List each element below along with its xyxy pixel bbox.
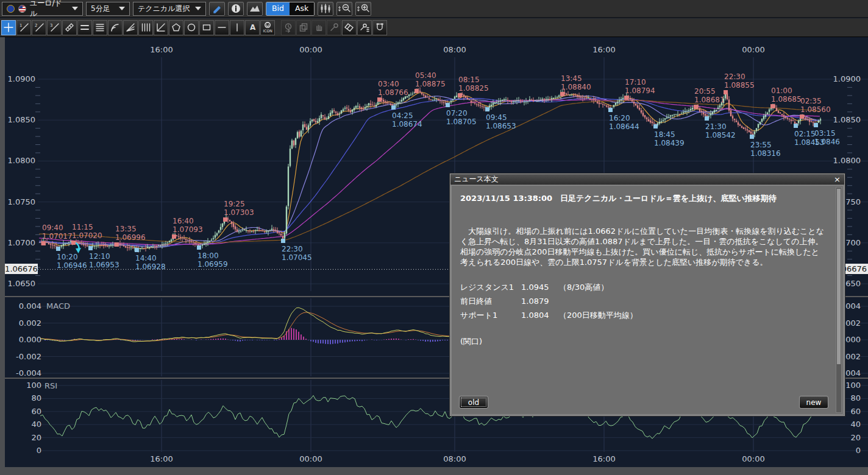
high-marker [770, 104, 775, 108]
draw-mode-button[interactable] [209, 2, 225, 16]
pentagon-icon [171, 22, 182, 33]
high-annotation: 02:351.08560 [800, 97, 831, 114]
drawing-toolbar: 1 2 3 A ICON [0, 18, 868, 37]
close-icon[interactable]: × [834, 175, 841, 183]
adjust-tool[interactable] [327, 20, 341, 35]
eraser-tool[interactable] [342, 20, 357, 35]
wrench-icon [329, 22, 340, 33]
gann-fan-tool[interactable] [154, 20, 168, 35]
pan-tool[interactable] [311, 20, 326, 35]
news-popup-titlebar[interactable]: ニュース本文 × [450, 174, 844, 185]
news-author: (関口) [460, 336, 825, 347]
high-annotation: 13:351.06996 [115, 225, 146, 242]
high-marker [624, 96, 628, 100]
macd-panel-label: MACD [46, 301, 70, 311]
time-axis-label-bottom: 16:00 [586, 454, 622, 463]
news-popup-title: ニュース本文 [454, 174, 499, 185]
multi-lines-icon [94, 22, 105, 33]
horizontal-line-tool[interactable] [215, 20, 229, 35]
price-axis-label: 1.0850 [7, 115, 35, 124]
high-annotation: 11:151.07020 [72, 223, 102, 240]
candlestick-icon [319, 3, 332, 14]
area-chart-button[interactable] [247, 2, 263, 16]
low-annotation: 10:201.06946 [57, 253, 87, 270]
text-icon: A [247, 22, 258, 33]
bid-button[interactable]: Bid [266, 2, 290, 15]
level-row: レジスタンス11.0945（8/30高値） [460, 280, 825, 294]
ruler-tool[interactable] [62, 20, 77, 35]
rsi-axis-label: 40 [13, 420, 41, 429]
settings-wrench-icon [359, 22, 370, 33]
currency-pair-selector[interactable]: ユーロ/ドル [2, 2, 83, 16]
low-marker [56, 247, 60, 251]
crosshair-tool[interactable] [1, 20, 16, 35]
popup-scrollbar[interactable] [836, 187, 842, 413]
low-annotation: 09:451.08653 [486, 113, 516, 130]
high-marker [694, 105, 698, 109]
high-annotation: 05:401.08875 [415, 71, 446, 88]
text-tool[interactable]: A [245, 20, 260, 35]
multi-horizontal-lines-tool[interactable] [93, 20, 107, 35]
trendline1-tool[interactable]: 1 [16, 20, 31, 35]
timeframe-selector[interactable]: 5分足 [86, 2, 130, 16]
svg-text:2: 2 [35, 23, 37, 28]
low-marker [814, 123, 818, 127]
icon-stamp-tool[interactable]: ICON [260, 20, 275, 35]
high-annotation: 19:251.07303 [224, 200, 254, 217]
main-toolbar: ユーロ/ドル 5分足 テクニカル選択 Bid Ask [0, 0, 868, 18]
high-marker [115, 242, 119, 247]
parallel-lines-tool[interactable] [77, 20, 92, 35]
undo-history-tool[interactable] [281, 20, 296, 35]
trendline2-tool[interactable]: 2 [32, 20, 46, 35]
settings-tool[interactable] [357, 20, 372, 35]
low-marker [391, 105, 396, 110]
rsi-axis-label: 100 [13, 381, 41, 390]
zoom-out-button[interactable] [336, 2, 352, 16]
rsi-axis-label: 20 [13, 433, 41, 442]
high-marker [800, 114, 804, 119]
price-axis-label: 1.0650 [7, 279, 35, 288]
time-axis-label-top: 08:00 [436, 45, 473, 54]
chevron-down-icon [72, 7, 78, 10]
zoom-in-button[interactable] [355, 2, 371, 16]
high-annotation: 20:551.08681 [694, 87, 725, 104]
chevron-down-icon [119, 7, 125, 10]
magnet-tool[interactable] [372, 20, 387, 35]
macd-axis-label: 0.000 [7, 335, 41, 344]
ruler-icon [64, 22, 75, 33]
trendline3-tool[interactable]: 3 [47, 20, 62, 35]
high-annotation: 09:401.07017 [42, 223, 73, 241]
low-marker [197, 245, 201, 250]
vertical-lines-tool[interactable] [138, 20, 153, 35]
high-marker [724, 90, 728, 94]
low-annotation: 04:251.08674 [392, 111, 422, 128]
svg-text:3: 3 [50, 23, 52, 28]
pentagon-tool[interactable] [169, 20, 183, 35]
new-button[interactable]: new [799, 396, 828, 409]
high-annotation: 13:451.08840 [561, 74, 591, 91]
time-axis-label-bottom: 00:00 [735, 454, 772, 463]
hand-icon [313, 22, 324, 33]
technical-indicator-selector[interactable]: テクニカル選択 [133, 2, 206, 16]
high-annotation: 01:001.08685 [771, 86, 802, 104]
ask-button[interactable]: Ask [290, 2, 314, 15]
current-price-label-left: 1.06676 [5, 264, 38, 274]
circle-tool[interactable] [184, 20, 199, 35]
chart-style-button[interactable] [318, 2, 333, 16]
high-marker [41, 241, 46, 245]
macd-axis-label: 0.002 [7, 318, 41, 328]
old-button[interactable]: old [459, 396, 488, 409]
info-button[interactable] [228, 2, 244, 16]
fibonacci-arc-icon [110, 22, 121, 33]
gann-fan-icon [155, 22, 166, 33]
eraser-icon [344, 22, 355, 33]
fan-lines-tool[interactable] [123, 20, 138, 35]
us-flag-icon [18, 5, 26, 13]
rectangle-tool[interactable] [199, 20, 214, 35]
low-marker [794, 124, 798, 128]
window-edge [0, 37, 5, 467]
popup-scrollbar-thumb[interactable] [837, 189, 841, 364]
fibonacci-arc-tool[interactable] [108, 20, 123, 35]
copy-tool[interactable] [296, 20, 311, 35]
vertical-line-tool[interactable] [230, 20, 244, 35]
